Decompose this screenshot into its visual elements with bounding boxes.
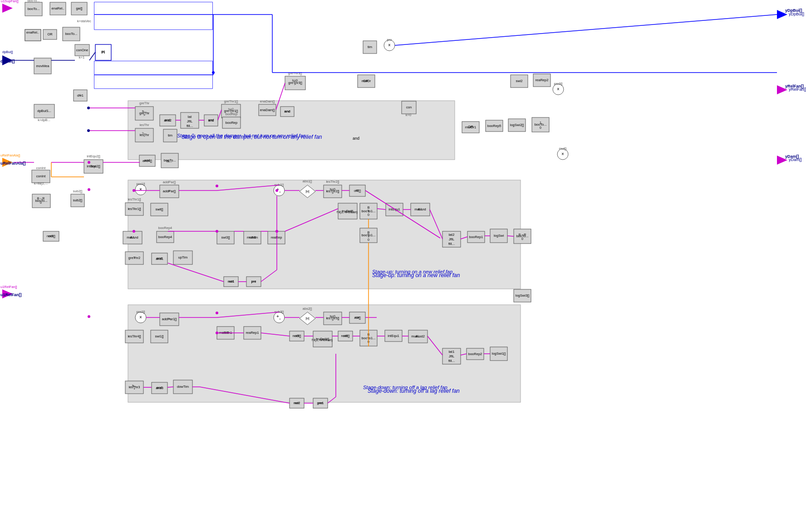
label-u1relfan: u1RelFan[]	[0, 293, 22, 297]
label-ydam: yDam[]	[785, 154, 799, 159]
label-dpbui: dpBui[]	[0, 59, 15, 63]
diagram-container: yDpBui[] yRelFan[] yDam[] uRelFanAla[] u…	[0, 0, 806, 532]
region-label-stage0: Stage 0: open all the damper, but not tu…	[182, 134, 322, 140]
label-yrelfan: yRelFan[]	[785, 84, 804, 88]
region-label-stageup: Stage-up: turning on a new relief fan	[372, 272, 460, 278]
label-ydpbui: yDpBui[]	[785, 8, 802, 13]
region-label-stagedown: Stage-down: turning off a lag relief fan	[368, 388, 460, 394]
label-urelfanala: uRelFanAla[]	[0, 161, 26, 166]
